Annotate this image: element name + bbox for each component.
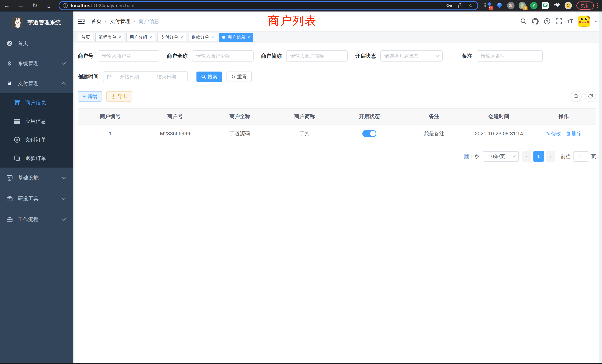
status-select[interactable]: 请选择开启状态 [380, 50, 443, 62]
tab-merchant-info[interactable]: 商户信息× [219, 33, 253, 42]
sidebar: 芋道管理系统 首页 ⚙ 系统管理 ¥ 支付管理 商户信息 [0, 11, 73, 364]
app-title: 芋道管理系统 [27, 19, 61, 26]
browser-reload-button[interactable]: ↻ [30, 1, 39, 10]
sidebar-item-refund-order[interactable]: 退款订单 [0, 149, 73, 168]
edit-link[interactable]: ✎修改 [546, 130, 561, 137]
goto-page-input[interactable] [573, 151, 588, 162]
sidebar-item-workflow[interactable]: 工作流程 [0, 209, 73, 230]
close-icon[interactable]: × [247, 35, 250, 40]
extensions-puzzle-icon[interactable] [553, 2, 560, 9]
full-name-label: 商户全称 [167, 53, 188, 60]
extension-command-icon[interactable]: ⌘ [507, 2, 515, 9]
merchant-no-input[interactable] [98, 50, 159, 62]
sidebar-item-label: 首页 [18, 40, 28, 47]
edit-icon: ✎ [546, 131, 550, 137]
document-copy-icon [14, 156, 20, 161]
extension-gem-icon[interactable] [496, 2, 503, 9]
reset-button[interactable]: ↻ 重置 [226, 72, 252, 82]
tab-refund-order[interactable]: 退款订单× [188, 33, 217, 42]
refresh-table-button[interactable] [585, 91, 596, 102]
sidebar-item-label: 应用信息 [25, 118, 46, 125]
sidebar-item-payment[interactable]: ¥ 支付管理 [0, 73, 73, 93]
page-number-1[interactable]: 1 [533, 151, 544, 162]
github-icon[interactable] [532, 18, 539, 25]
avatar-caret-icon[interactable]: ▾ [595, 19, 597, 23]
breadcrumb-home[interactable]: 首页 [91, 18, 102, 25]
tags-view-bar: 首页 流程表单× 用户分组× 支付订单× 退款订单× 商户信息× [73, 32, 602, 43]
sidebar-collapse-icon[interactable] [78, 19, 85, 24]
next-page-button[interactable]: › [546, 151, 555, 162]
gear-icon: ⚙ [7, 60, 13, 67]
breadcrumb-payment[interactable]: 支付管理 [110, 18, 130, 25]
browser-forward-button[interactable]: → [16, 1, 25, 10]
address-bar[interactable]: localhost:1024/pay/merchant ☆ [59, 1, 478, 10]
user-avatar[interactable] [578, 16, 590, 27]
hide-search-button[interactable] [570, 91, 582, 102]
yen-icon: ¥ [7, 80, 13, 86]
sidebar-item-home[interactable]: 首页 [0, 33, 73, 53]
tab-pay-order[interactable]: 支付订单× [157, 33, 186, 42]
col-merchant-id: 商户编号 [78, 113, 143, 120]
sidebar-item-app-info[interactable]: 应用信息 [0, 112, 73, 130]
prev-page-button[interactable]: ‹ [522, 151, 531, 162]
window-bottom-edge [0, 363, 602, 364]
pagination: 共 1 条 10条/页 ‹ 1 › 前往 页 [78, 151, 596, 162]
export-button[interactable]: 导出 [106, 91, 132, 102]
svg-text:?: ? [546, 19, 548, 23]
browser-back-button[interactable]: ← [2, 1, 11, 10]
share-icon[interactable] [458, 3, 463, 8]
tab-process-form[interactable]: 流程表单× [95, 33, 124, 42]
chevron-down-icon [62, 61, 66, 65]
extension-proxy-icon[interactable]: 1 [519, 2, 526, 9]
tab-home[interactable]: 首页 [78, 33, 93, 42]
sidebar-item-dev-tools[interactable]: 研发工具 [0, 188, 73, 209]
page-size-select[interactable]: 10条/页 [483, 151, 519, 162]
chevron-down-icon [513, 154, 516, 157]
cell-short-name: 芋艿 [272, 130, 337, 137]
header-search-icon[interactable] [520, 18, 527, 24]
download-icon [111, 94, 116, 99]
extension-y-icon[interactable]: Y [530, 2, 538, 9]
short-name-input[interactable] [286, 50, 348, 62]
col-merchant-no: 商户号 [143, 113, 208, 120]
close-icon[interactable]: × [212, 35, 214, 40]
browser-update-button[interactable]: 更新 [576, 1, 594, 10]
bookmark-star-icon[interactable]: ☆ [468, 3, 473, 9]
site-info-icon[interactable] [63, 3, 68, 8]
full-name-input[interactable] [192, 50, 254, 62]
scrollbar[interactable] [599, 11, 602, 364]
font-size-icon[interactable]: TT [567, 18, 573, 25]
extension-diamond-icon[interactable]: 10 [484, 2, 492, 9]
browser-home-button[interactable]: ⌂ [44, 1, 53, 10]
status-toggle[interactable] [362, 130, 376, 137]
browser-menu-icon[interactable] [597, 3, 598, 8]
browser-toolbar: ← → ↻ ⌂ localhost:1024/pay/merchant ☆ 10… [0, 0, 602, 11]
sidebar-item-merchant-info[interactable]: 商户信息 [0, 93, 73, 112]
sidebar-logo-row[interactable]: 芋道管理系统 [0, 11, 73, 33]
col-status: 开启状态 [337, 113, 402, 120]
profile-emoji-avatar[interactable] [565, 2, 572, 9]
create-time-range-picker[interactable]: 开始日期 - 结束日期 [103, 71, 188, 82]
add-button[interactable]: + 新增 [78, 91, 102, 102]
close-icon[interactable]: × [150, 35, 152, 40]
password-key-icon[interactable] [446, 3, 452, 8]
page-content: 商户号 商户全称 商户简称 开启状态 请选择开启状态 [73, 43, 602, 364]
close-icon[interactable]: × [181, 35, 183, 40]
sidebar-item-pay-order[interactable]: ¥ 支付订单 [0, 130, 73, 149]
tab-user-group[interactable]: 用户分组× [126, 33, 155, 42]
toolbox-icon [7, 196, 13, 201]
sidebar-item-system[interactable]: ⚙ 系统管理 [0, 53, 73, 73]
remark-input[interactable] [477, 50, 543, 62]
close-icon[interactable]: × [119, 35, 121, 40]
search-button[interactable]: 搜索 [196, 72, 222, 82]
sidebar-item-label: 商户信息 [25, 99, 46, 106]
sidebar-item-label: 基础设施 [18, 174, 39, 182]
fullscreen-icon[interactable] [556, 18, 562, 24]
calendar-icon [107, 74, 112, 79]
active-dot [222, 36, 225, 39]
delete-link[interactable]: 删除 [566, 130, 581, 137]
extension-chat-icon[interactable] [542, 2, 549, 9]
merchant-table: 商户编号 商户号 商户全称 商户简称 开启状态 备注 创建时间 操作 1 M23… [78, 108, 596, 143]
help-icon[interactable]: ? [544, 18, 550, 25]
sidebar-item-infrastructure[interactable]: 基础设施 [0, 168, 73, 188]
